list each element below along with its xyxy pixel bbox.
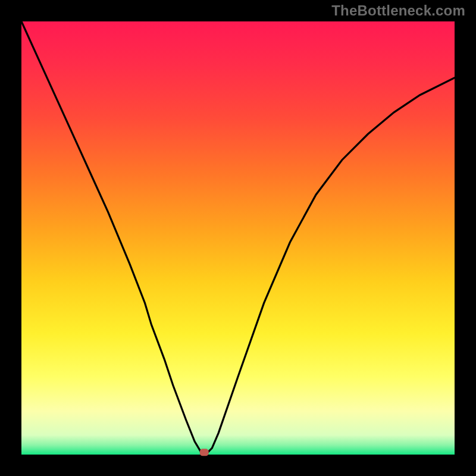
plot-background <box>21 21 455 455</box>
watermark-text: TheBottleneck.com <box>331 2 465 19</box>
chart-container: TheBottleneck.com <box>0 0 476 476</box>
bottleneck-chart <box>0 0 476 476</box>
minimum-marker <box>200 449 209 456</box>
